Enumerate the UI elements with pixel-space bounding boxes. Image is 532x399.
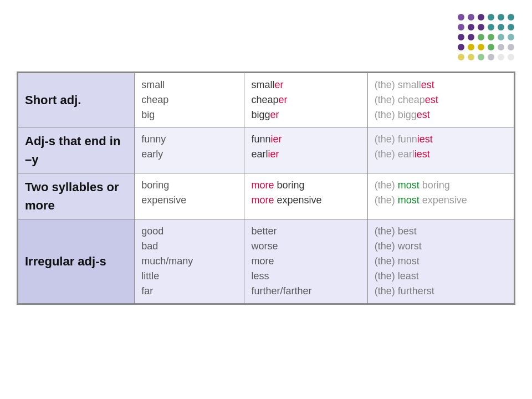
- comparative-cell: funnierearlier: [244, 127, 367, 173]
- decoration-dot: [488, 14, 494, 21]
- decoration-dot: [468, 24, 474, 30]
- decoration-dot: [458, 44, 464, 50]
- category-cell: Irregular adj-s: [18, 219, 135, 304]
- superlative-cell: (the) funniest(the) earliest: [367, 127, 514, 173]
- category-cell: Short adj.: [18, 73, 135, 127]
- decoration-dot: [498, 24, 504, 30]
- comparative-cell: more boringmore expensive: [244, 173, 367, 219]
- decoration-dot: [508, 54, 514, 60]
- decoration-dot: [498, 34, 504, 40]
- base-form-cell: goodbadmuch/manylittlefar: [135, 219, 244, 304]
- decoration-dot: [498, 14, 504, 21]
- base-form-cell: funnyearly: [135, 127, 244, 173]
- base-form-cell: smallcheapbig: [135, 73, 244, 127]
- decoration-dot: [498, 44, 504, 50]
- decoration-dot: [468, 34, 474, 40]
- decoration-dot: [488, 44, 494, 50]
- comparative-cell: smallercheaperbigger: [244, 73, 367, 127]
- comparison-table: Short adj.smallcheapbigsmallercheaperbig…: [17, 71, 515, 305]
- decoration-dot: [478, 34, 484, 40]
- decoration-dot: [478, 44, 484, 50]
- table-row: Short adj.smallcheapbigsmallercheaperbig…: [18, 73, 514, 127]
- page: Short adj.smallcheapbigsmallercheaperbig…: [0, 0, 532, 399]
- decoration-dot: [478, 14, 484, 21]
- decoration-dot: [458, 34, 464, 40]
- decoration-dot: [458, 14, 464, 21]
- decoration-dot: [458, 54, 464, 60]
- decoration-dot: [468, 14, 474, 21]
- decoration-dot: [458, 24, 464, 30]
- decoration-dot: [488, 34, 494, 40]
- dots-decoration: [458, 14, 515, 62]
- decoration-dot: [488, 54, 494, 60]
- superlative-cell: (the) most boring(the) most expensive: [367, 173, 514, 219]
- table-row: Adj-s that end in –yfunnyearlyfunnierear…: [18, 127, 514, 173]
- category-cell: Adj-s that end in –y: [18, 127, 135, 173]
- decoration-dot: [468, 54, 474, 60]
- table-row: Irregular adj-sgoodbadmuch/manylittlefar…: [18, 219, 514, 304]
- comparative-cell: betterworsemorelessfurther/farther: [244, 219, 367, 304]
- decoration-dot: [508, 24, 514, 30]
- header: [17, 11, 515, 62]
- decoration-dot: [508, 34, 514, 40]
- category-cell: Two syllables or more: [18, 173, 135, 219]
- decoration-dot: [498, 54, 504, 60]
- table-row: Two syllables or moreboringexpensivemore…: [18, 173, 514, 219]
- superlative-cell: (the) best(the) worst(the) most(the) lea…: [367, 219, 514, 304]
- decoration-dot: [508, 44, 514, 50]
- superlative-cell: (the) smallest(the) cheapest(the) bigges…: [367, 73, 514, 127]
- decoration-dot: [478, 54, 484, 60]
- decoration-dot: [468, 44, 474, 50]
- base-form-cell: boringexpensive: [135, 173, 244, 219]
- decoration-dot: [508, 14, 514, 21]
- decoration-dot: [478, 24, 484, 30]
- decoration-dot: [488, 24, 494, 30]
